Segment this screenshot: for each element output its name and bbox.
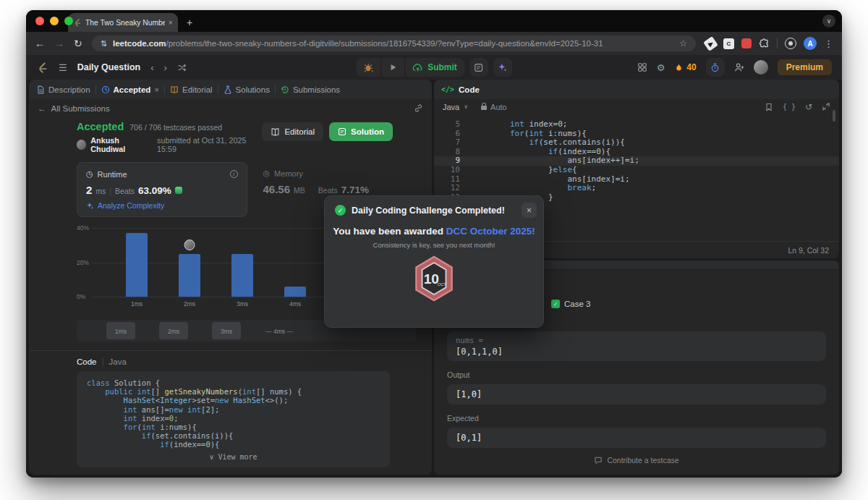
reload-icon[interactable]: ↻	[74, 38, 82, 49]
solution-button[interactable]: Solution	[329, 122, 393, 141]
random-problem-icon[interactable]	[177, 63, 187, 72]
modal-close-icon[interactable]: ×	[522, 203, 537, 218]
notes-button[interactable]	[469, 58, 488, 77]
author-name[interactable]: Ankush Chudiwal	[90, 136, 153, 153]
submit-button[interactable]: Submit	[405, 58, 464, 77]
author-avatar	[77, 140, 86, 150]
input-box[interactable]: nums = [0,1,1,0]	[447, 331, 826, 361]
window-controls	[35, 17, 73, 25]
settings-gear-icon[interactable]: ⚙	[657, 62, 665, 73]
undo-icon[interactable]: ↺	[805, 102, 812, 112]
svg-text:OCT: OCT	[438, 282, 447, 287]
minimize-window-button[interactable]	[50, 17, 59, 25]
close-window-button[interactable]	[35, 17, 44, 25]
chart-bar[interactable]	[284, 287, 306, 297]
all-submissions-back[interactable]: ← All Submissions	[29, 99, 432, 117]
expand-icon[interactable]	[822, 103, 830, 111]
leetcode-favicon	[73, 18, 82, 27]
bookmark-star-icon[interactable]: ☆	[679, 38, 687, 48]
lock-icon	[481, 106, 487, 110]
contribute-testcase-link[interactable]: Contribute a testcase	[447, 456, 826, 465]
timer-icon	[710, 63, 720, 72]
flame-icon	[674, 63, 684, 72]
premium-button[interactable]: Premium	[778, 59, 832, 75]
runtime-card[interactable]: ◷ Runtime i 2 ms | Beats 63.09%	[77, 162, 247, 217]
tab-accepted[interactable]: Accepted ×	[101, 85, 160, 94]
runtime-beats: 63.09%	[138, 185, 171, 196]
autocomplete-toggle[interactable]: Auto	[481, 103, 507, 111]
send-extension-icon[interactable]: ▶	[703, 36, 718, 51]
next-problem-icon[interactable]: ›	[164, 62, 167, 73]
problem-list-icon[interactable]: ☰	[59, 62, 67, 73]
editor-scrollbar[interactable]	[833, 110, 835, 122]
browser-profile-avatar[interactable]: A	[804, 37, 817, 50]
new-tab-button[interactable]: +	[187, 17, 192, 28]
tab-title: The Two Sneaky Numbers of	[85, 19, 165, 27]
browser-menu-icon[interactable]: ⋮	[824, 38, 833, 49]
dcc-completed-modal: ✓ Daily Coding Challenge Completed! × Yo…	[324, 195, 544, 328]
debug-button[interactable]	[356, 58, 380, 77]
code-editor[interactable]: 5 int index=0;6 for(int i:nums){7 if(set…	[434, 120, 839, 202]
left-panel-tabs: Description Accepted × Editorial Solutio…	[29, 80, 432, 99]
testcases-passed: 706 / 706 testcases passed	[129, 123, 222, 132]
browser-logo-icon[interactable]	[785, 38, 796, 49]
analyze-complexity-link[interactable]: Analyze Complexity	[86, 201, 238, 210]
back-icon[interactable]: ←	[35, 38, 45, 49]
share-link-icon[interactable]	[414, 103, 423, 113]
tab-solutions[interactable]: Solutions	[224, 85, 270, 94]
tab-search-chevron-icon[interactable]: ∨	[822, 14, 835, 27]
maximize-window-button[interactable]	[64, 17, 73, 25]
dcc-badge: 10 OCT	[325, 255, 543, 302]
c-extension-icon[interactable]: C	[723, 38, 734, 49]
leetcode-logo[interactable]	[36, 62, 48, 74]
chart-bar[interactable]	[179, 254, 200, 297]
red-extension-icon[interactable]	[741, 38, 752, 48]
editorial-book-icon	[170, 85, 179, 94]
editorial-button[interactable]: Editorial	[262, 122, 323, 141]
user-avatar[interactable]	[754, 60, 768, 75]
submissions-history-icon	[281, 85, 289, 94]
award-badge-name[interactable]: DCC October 2025!	[446, 226, 535, 237]
toolbar-divider	[777, 38, 778, 48]
description-doc-icon	[36, 85, 45, 94]
close-accepted-tab-icon[interactable]: ×	[154, 85, 159, 94]
chart-bar[interactable]	[231, 254, 253, 297]
url-text: leetcode.com/problems/the-two-sneaky-num…	[113, 39, 673, 48]
ai-assistant-button[interactable]	[493, 58, 512, 77]
url-bar[interactable]: ⇅ leetcode.com/problems/the-two-sneaky-n…	[92, 35, 696, 51]
runtime-clock-icon: ◷	[86, 169, 93, 179]
url-domain: leetcode.com	[113, 39, 166, 48]
site-info-icon[interactable]: ⇅	[101, 39, 107, 48]
output-box[interactable]: [1,0]	[447, 384, 826, 404]
timer-button[interactable]	[706, 58, 725, 77]
streak-count: 40	[686, 62, 696, 72]
expected-box[interactable]: [0,1]	[447, 428, 826, 448]
code-tag-icon: </>	[441, 85, 454, 93]
invite-user-icon[interactable]	[734, 62, 744, 72]
braces-icon[interactable]: { }	[783, 103, 796, 111]
modal-check-icon: ✓	[335, 205, 346, 216]
daily-question-label[interactable]: Daily Question	[77, 62, 141, 72]
language-selector[interactable]: Java	[443, 103, 459, 111]
info-icon[interactable]: i	[230, 170, 238, 178]
book-icon	[271, 127, 280, 137]
layout-grid-icon[interactable]	[637, 62, 647, 72]
streak-counter[interactable]: 40	[674, 62, 696, 72]
forward-icon[interactable]: →	[54, 38, 64, 49]
tab-description[interactable]: Description	[36, 85, 90, 94]
browser-tab[interactable]: The Two Sneaky Numbers of ×	[68, 13, 178, 32]
input-param-name: nums =	[456, 336, 817, 344]
case-tab[interactable]: ✓ Case 3	[551, 300, 839, 308]
view-more-link[interactable]: ∨ View more	[87, 449, 380, 463]
run-button[interactable]	[381, 58, 404, 77]
case-check-icon: ✓	[551, 300, 560, 308]
prev-problem-icon[interactable]: ‹	[150, 62, 153, 73]
chart-bar[interactable]	[126, 233, 148, 297]
extensions-puzzle-icon[interactable]	[759, 38, 770, 49]
user-result-marker	[184, 240, 195, 250]
browser-tab-strip: The Two Sneaky Numbers of × + ∨	[26, 10, 842, 32]
bookmark-icon[interactable]	[765, 103, 773, 111]
tab-submissions[interactable]: Submissions	[281, 85, 340, 94]
tab-editorial[interactable]: Editorial	[170, 85, 213, 94]
tab-close-icon[interactable]: ×	[169, 18, 173, 27]
